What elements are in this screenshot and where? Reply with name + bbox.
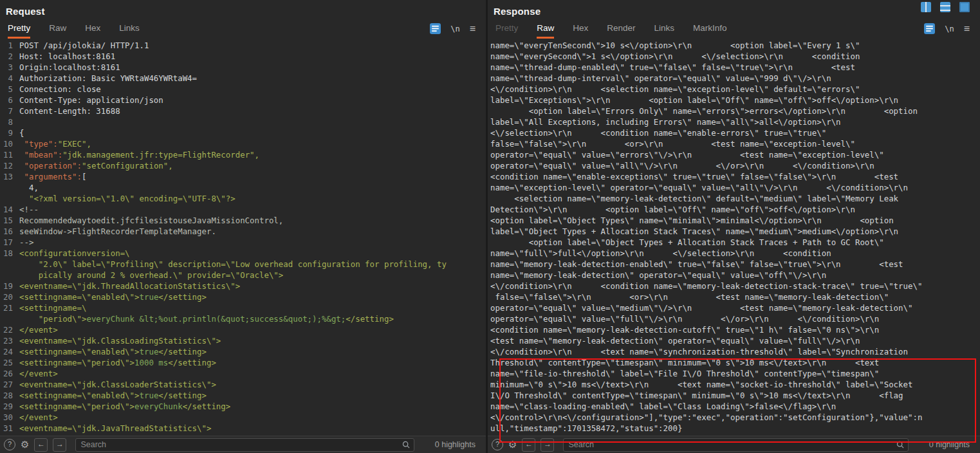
- response-text-line: <\/selection>\r\n <condition name=\"enab…: [490, 127, 979, 138]
- help-icon[interactable]: ?: [4, 439, 15, 450]
- pretty-format-icon[interactable]: [430, 23, 441, 34]
- search-settings-gear-icon[interactable]: ⚙: [21, 439, 29, 450]
- response-text-line: I\/O Threshold\" contentType=\"timespan\…: [490, 390, 979, 401]
- help-icon[interactable]: ?: [492, 439, 503, 450]
- tab-links[interactable]: Links: [654, 23, 675, 39]
- response-text-line: name=\"everyTenSecond\">10 s<\/option>\r…: [490, 40, 979, 51]
- response-text-line: name=\"file-io-threshold\" label=\"File …: [490, 368, 979, 379]
- request-code-line: 18<configurationversion=\: [0, 248, 486, 259]
- prev-match-button[interactable]: ←: [34, 438, 48, 452]
- response-text-line: label=\"All Exceptions, including Errors…: [490, 116, 979, 127]
- response-text-line: minimum=\"0 s\">10 ms<\/text>\r\n <text …: [490, 379, 979, 390]
- response-text-line: <\/condition>\r\n <condition name=\"memo…: [490, 281, 979, 291]
- request-code-line: 7Content-Length: 31688: [0, 106, 486, 116]
- prev-match-button[interactable]: ←: [522, 438, 535, 452]
- request-code-line: 8: [0, 116, 486, 127]
- search-magnifier-icon: [402, 440, 411, 449]
- search-magnifier-icon: [896, 440, 905, 449]
- request-code-line: 31<eventname=\"jdk.JavaThreadStatistics\…: [0, 423, 486, 434]
- request-code-line: 16seeWindow->FlightRecorderTemplateManag…: [0, 226, 486, 237]
- tab-hex[interactable]: Hex: [85, 23, 100, 39]
- request-code-line: 6Content-Type: application/json: [0, 95, 486, 106]
- response-text-line: <option label=\"Object Types + Allocatio…: [490, 237, 979, 248]
- newline-toggle[interactable]: \n: [945, 24, 954, 33]
- next-match-button[interactable]: →: [541, 438, 554, 452]
- request-code-line: 2Host: localhost:8161: [0, 51, 486, 62]
- request-code-line: 13 "arguments":[: [0, 171, 486, 182]
- request-code-line: 25<settingname=\"period\">1000 ms</setti…: [0, 357, 486, 368]
- request-code-line: 19<eventname=\"jdk.ThreadAllocationStati…: [0, 281, 486, 291]
- request-code-line: 14<!--: [0, 204, 486, 215]
- response-text-line: Threshold\" contentType=\"timespan\" min…: [490, 357, 979, 368]
- newline-toggle[interactable]: \n: [450, 24, 459, 33]
- response-text-line: false=\"false\">\r\n <or>\r\n <test name…: [490, 138, 979, 149]
- response-highlights-count: 0 highlights: [929, 440, 970, 449]
- response-text-line: operator=\"equal\" value=\"all\"\/>\r\n …: [490, 160, 979, 171]
- request-code-line: "<?xml version=\"1.0\" encoding=\"UTF-8\…: [0, 193, 486, 204]
- request-code-line: 30</event>: [0, 412, 486, 423]
- request-editor-icons: \n ≡: [430, 23, 476, 34]
- request-code-line: 22</event>: [0, 324, 486, 335]
- tab-links[interactable]: Links: [119, 23, 140, 39]
- response-panel-title: Response: [494, 6, 541, 17]
- request-code-line: 10 "type":"EXEC",: [0, 138, 486, 149]
- response-text-line: ull,"timestamp":1701358472,"status":200}: [490, 423, 979, 434]
- editor-menu-icon[interactable]: ≡: [964, 24, 970, 34]
- response-text-line: name=\"thread-dump-interval\" operator=\…: [490, 73, 979, 84]
- response-text-line: <option label=\"Errors Only\" name=\"err…: [490, 106, 979, 116]
- request-editor[interactable]: 1POST /api/jolokia/ HTTP/1.12Host: local…: [0, 39, 486, 436]
- tab-markinfo[interactable]: MarkInfo: [693, 23, 727, 39]
- request-code-line: 4Authorization: Basic YWRtaW46YWRtaW4=: [0, 73, 486, 84]
- tab-raw[interactable]: Raw: [49, 23, 66, 39]
- layout-columns-icon[interactable]: [921, 2, 931, 12]
- tab-pretty[interactable]: Pretty: [8, 23, 30, 39]
- request-code-line: 20<settingname=\"enabled\">true</setting…: [0, 291, 486, 302]
- request-panel-title: Request: [6, 6, 45, 17]
- request-highlights-count: 0 highlights: [435, 440, 476, 449]
- request-code-line: 21<settingname=\: [0, 302, 486, 313]
- response-text-line: <test name=\"memory-leak-detection\" ope…: [490, 335, 979, 346]
- response-editor[interactable]: name=\"everyTenSecond\">10 s<\/option>\r…: [490, 39, 979, 436]
- request-code-line: 5Connection: close: [0, 84, 486, 95]
- request-code-line: "2.0\" label=\"Profiling\" description=\…: [0, 259, 486, 270]
- editor-menu-icon[interactable]: ≡: [470, 24, 476, 34]
- response-text-line: label=\"Exceptions\">\r\n <option label=…: [490, 95, 979, 106]
- request-code-line: 12 "operation":"setConfiguration",: [0, 160, 486, 171]
- request-code-line: 4,: [0, 182, 486, 193]
- layout-rows-icon[interactable]: [940, 2, 950, 12]
- next-match-button[interactable]: →: [53, 438, 66, 452]
- request-search-input[interactable]: [79, 439, 401, 450]
- response-panel: Response PrettyRawHexRenderLinksMarkInfo…: [488, 0, 980, 453]
- request-code-line: "period\">everyChunk &lt;%out.println(&q…: [0, 313, 486, 324]
- tab-hex[interactable]: Hex: [573, 23, 588, 39]
- layout-controls: [921, 2, 970, 12]
- response-text-line: Detection\">\r\n <option label=\"Off\" n…: [490, 204, 979, 215]
- response-text-line: <option label=\"Object Types\" name=\"mi…: [490, 215, 979, 226]
- response-search-box[interactable]: [563, 438, 908, 452]
- response-search-bar: ? ⚙ ← → 0 highlights: [488, 436, 980, 453]
- response-text-line: name=\"full\">full<\/option>\r\n <\/sele…: [490, 248, 979, 259]
- request-code-line: 29<settingname=\"period\">everyChunk</se…: [0, 401, 486, 412]
- request-code-line: 11 "mbean":"jdk.management.jfr:type=Flig…: [0, 149, 486, 160]
- request-code-line: 26</event>: [0, 368, 486, 379]
- response-text-line: name=\"memory-leak-detection\" operator=…: [490, 270, 979, 281]
- request-code-line: 24<settingname=\"enabled\">true</setting…: [0, 346, 486, 357]
- request-code-line: 9{: [0, 127, 486, 138]
- request-panel: Request PrettyRawHexLinks \n ≡ 1POST /ap…: [0, 0, 486, 453]
- request-search-box[interactable]: [75, 438, 414, 452]
- request-code-line: pically around 2 % overhead.\" provider=…: [0, 270, 486, 281]
- request-code-line: 15Recommendedwaytoedit.jfcfilesistouseJa…: [0, 215, 486, 226]
- tab-pretty[interactable]: Pretty: [495, 23, 518, 39]
- search-settings-gear-icon[interactable]: ⚙: [508, 439, 517, 450]
- request-search-bar: ? ⚙ ← → 0 highlights: [0, 436, 486, 453]
- response-text-line: <\/condition>\r\n <text name=\"synchroni…: [490, 346, 979, 357]
- response-text-line: <condition name=\"enable-exceptions\" tr…: [490, 171, 979, 182]
- response-text-line: operator=\"equal\" value=\"medium\"\/>\r…: [490, 302, 979, 313]
- response-search-input[interactable]: [567, 439, 895, 450]
- response-text-line: operator=\"equal\" value=\"errors\"\/>\r…: [490, 149, 979, 160]
- pretty-format-icon[interactable]: [924, 23, 935, 34]
- burp-repeater-window: Request PrettyRawHexLinks \n ≡ 1POST /ap…: [0, 0, 980, 453]
- tab-raw[interactable]: Raw: [537, 23, 554, 39]
- tab-render[interactable]: Render: [607, 23, 635, 39]
- layout-single-icon[interactable]: [959, 2, 970, 12]
